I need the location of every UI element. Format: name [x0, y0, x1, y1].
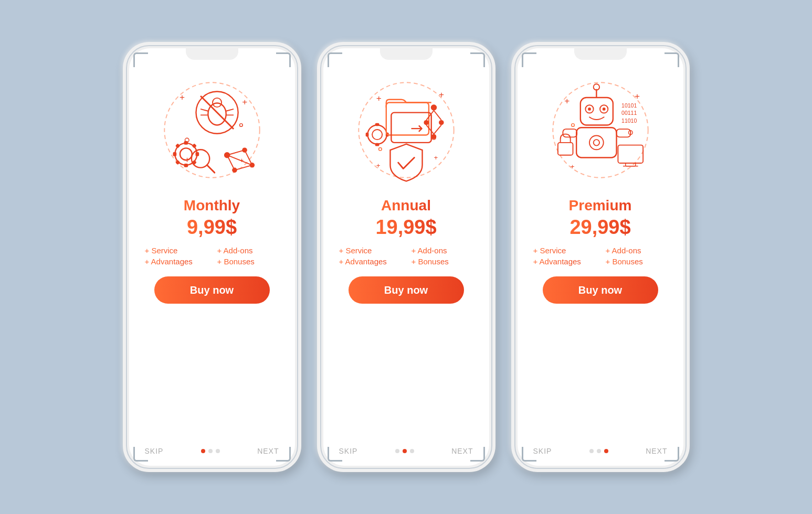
svg-line-29	[207, 165, 214, 173]
svg-point-48	[439, 120, 444, 125]
svg-line-26	[234, 165, 251, 170]
dot-2-monthly	[216, 449, 220, 453]
svg-point-84	[571, 124, 574, 127]
svg-rect-6	[195, 152, 199, 156]
corner-tr-premium	[665, 52, 679, 67]
phone-body-premium: 10101 00111 11010 + + +	[511, 42, 690, 472]
dots-annual	[395, 449, 414, 453]
svg-point-59	[378, 147, 382, 151]
feature-advantages: + Advantages	[145, 257, 207, 266]
corner-br-premium	[665, 447, 679, 462]
svg-point-38	[372, 130, 382, 140]
monthly-price: 9,99$	[187, 216, 237, 239]
feature-service-premium: + Service	[533, 246, 595, 255]
feature-addons: + Add-ons	[217, 246, 279, 255]
svg-text:+: +	[184, 154, 189, 165]
premium-title: Premium	[569, 197, 632, 214]
corner-bl-premium	[522, 447, 536, 462]
feature-bonuses-premium: + Bonuses	[606, 257, 668, 266]
dot-0-monthly	[201, 449, 205, 453]
svg-line-16	[226, 109, 233, 111]
buy-button-monthly[interactable]: Buy now	[154, 276, 270, 304]
nav-premium: SKIP NEXT	[518, 438, 683, 455]
notch-annual	[380, 48, 433, 60]
notch-monthly	[186, 48, 238, 60]
svg-rect-43	[386, 103, 428, 135]
dot-1-annual	[403, 449, 407, 453]
annual-title: Annual	[381, 197, 431, 214]
svg-point-64	[588, 108, 591, 111]
dot-1-monthly	[208, 449, 213, 453]
feature-service-annual: + Service	[339, 246, 401, 255]
phone-annual: + + + + Annual 19,99$ + Service + Add-on…	[317, 42, 495, 472]
corner-tl-premium	[522, 52, 536, 67]
annual-features: + Service + Add-ons + Advantages + Bonus…	[323, 246, 489, 266]
feature-advantages-annual: + Advantages	[339, 257, 401, 266]
illustration-annual: + + + +	[349, 67, 464, 193]
svg-rect-68	[576, 127, 616, 157]
svg-text:+: +	[376, 93, 381, 103]
dot-0-premium	[589, 449, 594, 453]
svg-text:00111: 00111	[621, 110, 637, 116]
svg-point-65	[602, 108, 605, 111]
feature-addons-premium: + Add-ons	[606, 246, 668, 255]
screen-monthly: + + + + Monthly 9,99$ + Service + Add-on…	[129, 48, 295, 466]
svg-point-70	[593, 140, 599, 145]
phone-monthly: + + + + Monthly 9,99$ + Service + Add-on…	[123, 42, 301, 472]
svg-point-19	[224, 152, 229, 158]
svg-text:+: +	[634, 91, 639, 101]
svg-point-46	[430, 104, 436, 110]
svg-text:+: +	[434, 154, 438, 162]
monthly-title: Monthly	[184, 197, 240, 214]
svg-line-14	[201, 109, 208, 111]
phone-body-monthly: + + + + Monthly 9,99$ + Service + Add-on…	[123, 42, 301, 472]
dot-2-premium	[604, 449, 608, 453]
svg-rect-8	[192, 143, 196, 148]
illustration-monthly: + + + +	[154, 67, 270, 193]
svg-line-52	[426, 125, 434, 134]
corner-br-annual	[470, 447, 485, 462]
svg-point-35	[239, 124, 242, 127]
svg-text:+: +	[439, 89, 444, 100]
dots-premium	[589, 449, 608, 453]
svg-rect-41	[365, 133, 368, 137]
dot-2-annual	[410, 449, 414, 453]
svg-rect-5	[173, 152, 176, 156]
feature-service: + Service	[145, 246, 207, 255]
screen-premium: 10101 00111 11010 + + +	[518, 48, 683, 466]
dot-0-annual	[395, 449, 399, 453]
svg-text:11010: 11010	[621, 117, 637, 124]
svg-line-51	[434, 111, 441, 120]
svg-line-53	[434, 125, 441, 134]
dots-monthly	[201, 449, 220, 453]
nav-annual: SKIP NEXT	[323, 438, 489, 455]
svg-text:+: +	[564, 95, 570, 106]
phones-container: + + + + Monthly 9,99$ + Service + Add-on…	[123, 42, 690, 472]
phone-premium: 10101 00111 11010 + + +	[511, 42, 690, 472]
corner-bl	[133, 447, 148, 462]
svg-rect-44	[391, 113, 431, 143]
svg-point-69	[589, 136, 604, 150]
svg-rect-79	[557, 143, 573, 155]
premium-price: 29,99$	[570, 216, 630, 239]
svg-rect-61	[580, 98, 613, 125]
svg-rect-40	[375, 143, 379, 146]
svg-text:+: +	[179, 92, 184, 102]
nav-monthly: SKIP NEXT	[129, 438, 295, 455]
phone-body-annual: + + + + Annual 19,99$ + Service + Add-on…	[317, 42, 495, 472]
corner-bl-annual	[328, 447, 342, 462]
svg-text:+: +	[239, 156, 244, 164]
svg-text:+: +	[376, 162, 380, 169]
svg-point-37	[367, 125, 386, 144]
corner-tr	[276, 52, 291, 67]
premium-features: + Service + Add-ons + Advantages + Bonus…	[518, 246, 683, 266]
feature-bonuses: + Bonuses	[217, 257, 279, 266]
svg-rect-39	[375, 123, 379, 126]
feature-bonuses-annual: + Bonuses	[412, 257, 473, 266]
buy-button-premium[interactable]: Buy now	[543, 276, 658, 304]
buy-button-annual[interactable]: Buy now	[349, 276, 464, 304]
screen-annual: + + + + Annual 19,99$ + Service + Add-on…	[323, 48, 489, 466]
svg-line-18	[201, 96, 234, 129]
corner-tr-annual	[470, 52, 485, 67]
svg-rect-7	[175, 143, 180, 148]
